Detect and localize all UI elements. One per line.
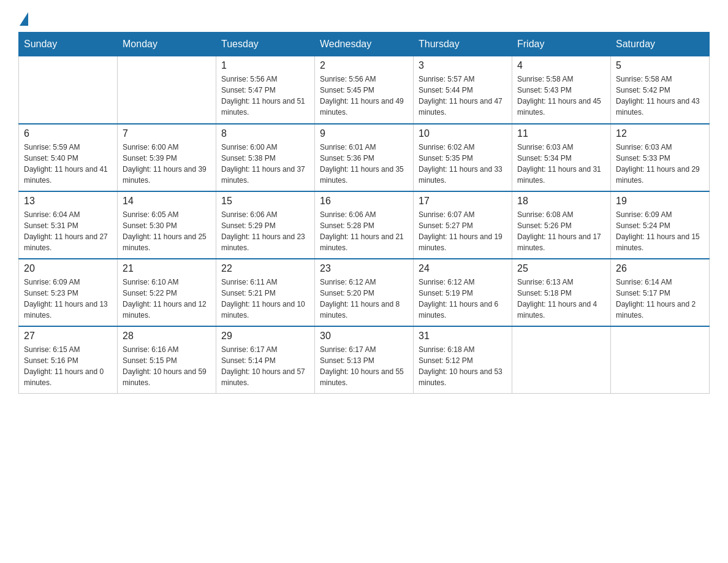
calendar-cell: 20Sunrise: 6:09 AMSunset: 5:23 PMDayligh… xyxy=(19,259,118,326)
day-info: Sunrise: 6:06 AMSunset: 5:28 PMDaylight:… xyxy=(320,209,408,253)
day-info: Sunrise: 6:02 AMSunset: 5:35 PMDaylight:… xyxy=(419,142,507,186)
calendar-table: Sunday Monday Tuesday Wednesday Thursday… xyxy=(18,32,710,394)
day-info: Sunrise: 5:59 AMSunset: 5:40 PMDaylight:… xyxy=(24,142,112,186)
day-number: 27 xyxy=(24,331,112,342)
calendar-cell: 24Sunrise: 6:12 AMSunset: 5:19 PMDayligh… xyxy=(414,259,512,326)
weekday-header-row: Sunday Monday Tuesday Wednesday Thursday… xyxy=(19,33,710,56)
logo xyxy=(18,12,29,26)
page-header xyxy=(18,12,710,26)
calendar-cell: 19Sunrise: 6:09 AMSunset: 5:24 PMDayligh… xyxy=(611,191,710,259)
day-info: Sunrise: 5:58 AMSunset: 5:42 PMDaylight:… xyxy=(616,74,704,118)
day-number: 7 xyxy=(123,128,211,139)
day-info: Sunrise: 6:13 AMSunset: 5:18 PMDaylight:… xyxy=(517,277,605,321)
day-number: 8 xyxy=(221,128,309,139)
calendar-week-row: 6Sunrise: 5:59 AMSunset: 5:40 PMDaylight… xyxy=(19,124,710,191)
header-friday: Friday xyxy=(512,33,611,56)
calendar-cell: 17Sunrise: 6:07 AMSunset: 5:27 PMDayligh… xyxy=(414,191,512,259)
calendar-cell: 18Sunrise: 6:08 AMSunset: 5:26 PMDayligh… xyxy=(512,191,611,259)
day-info: Sunrise: 6:03 AMSunset: 5:33 PMDaylight:… xyxy=(616,142,704,186)
calendar-cell: 31Sunrise: 6:18 AMSunset: 5:12 PMDayligh… xyxy=(414,326,512,394)
day-info: Sunrise: 6:09 AMSunset: 5:23 PMDaylight:… xyxy=(24,277,112,321)
day-number: 5 xyxy=(616,60,704,71)
day-info: Sunrise: 6:05 AMSunset: 5:30 PMDaylight:… xyxy=(123,209,211,253)
day-number: 24 xyxy=(419,263,507,274)
day-number: 12 xyxy=(616,128,704,139)
day-number: 16 xyxy=(320,196,408,207)
header-thursday: Thursday xyxy=(414,33,512,56)
day-info: Sunrise: 6:01 AMSunset: 5:36 PMDaylight:… xyxy=(320,142,408,186)
calendar-cell: 13Sunrise: 6:04 AMSunset: 5:31 PMDayligh… xyxy=(19,191,118,259)
calendar-cell: 30Sunrise: 6:17 AMSunset: 5:13 PMDayligh… xyxy=(315,326,414,394)
day-number: 19 xyxy=(616,196,704,207)
calendar-cell xyxy=(512,326,611,394)
calendar-cell xyxy=(118,56,216,124)
day-number: 2 xyxy=(320,60,408,71)
day-info: Sunrise: 6:07 AMSunset: 5:27 PMDaylight:… xyxy=(419,209,507,253)
calendar-cell: 26Sunrise: 6:14 AMSunset: 5:17 PMDayligh… xyxy=(611,259,710,326)
day-info: Sunrise: 5:56 AMSunset: 5:45 PMDaylight:… xyxy=(320,74,408,118)
day-number: 15 xyxy=(221,196,309,207)
calendar-cell: 6Sunrise: 5:59 AMSunset: 5:40 PMDaylight… xyxy=(19,124,118,191)
day-number: 4 xyxy=(517,60,605,71)
day-number: 3 xyxy=(419,60,507,71)
day-info: Sunrise: 5:56 AMSunset: 5:47 PMDaylight:… xyxy=(221,74,309,118)
day-info: Sunrise: 6:04 AMSunset: 5:31 PMDaylight:… xyxy=(24,209,112,253)
day-number: 23 xyxy=(320,263,408,274)
day-info: Sunrise: 6:00 AMSunset: 5:38 PMDaylight:… xyxy=(221,142,309,186)
day-info: Sunrise: 6:03 AMSunset: 5:34 PMDaylight:… xyxy=(517,142,605,186)
day-info: Sunrise: 6:15 AMSunset: 5:16 PMDaylight:… xyxy=(24,344,112,388)
calendar-cell: 22Sunrise: 6:11 AMSunset: 5:21 PMDayligh… xyxy=(216,259,315,326)
day-info: Sunrise: 6:18 AMSunset: 5:12 PMDaylight:… xyxy=(419,344,507,388)
day-number: 22 xyxy=(221,263,309,274)
calendar-cell: 11Sunrise: 6:03 AMSunset: 5:34 PMDayligh… xyxy=(512,124,611,191)
calendar-cell: 10Sunrise: 6:02 AMSunset: 5:35 PMDayligh… xyxy=(414,124,512,191)
calendar-cell: 9Sunrise: 6:01 AMSunset: 5:36 PMDaylight… xyxy=(315,124,414,191)
calendar-cell: 5Sunrise: 5:58 AMSunset: 5:42 PMDaylight… xyxy=(611,56,710,124)
day-number: 13 xyxy=(24,196,112,207)
calendar-cell: 21Sunrise: 6:10 AMSunset: 5:22 PMDayligh… xyxy=(118,259,216,326)
calendar-week-row: 20Sunrise: 6:09 AMSunset: 5:23 PMDayligh… xyxy=(19,259,710,326)
day-info: Sunrise: 6:00 AMSunset: 5:39 PMDaylight:… xyxy=(123,142,211,186)
calendar-cell: 15Sunrise: 6:06 AMSunset: 5:29 PMDayligh… xyxy=(216,191,315,259)
calendar-cell: 25Sunrise: 6:13 AMSunset: 5:18 PMDayligh… xyxy=(512,259,611,326)
calendar-cell: 29Sunrise: 6:17 AMSunset: 5:14 PMDayligh… xyxy=(216,326,315,394)
calendar-cell xyxy=(611,326,710,394)
logo-triangle-icon xyxy=(20,12,28,26)
calendar-cell: 14Sunrise: 6:05 AMSunset: 5:30 PMDayligh… xyxy=(118,191,216,259)
day-number: 25 xyxy=(517,263,605,274)
calendar-cell: 2Sunrise: 5:56 AMSunset: 5:45 PMDaylight… xyxy=(315,56,414,124)
day-info: Sunrise: 6:11 AMSunset: 5:21 PMDaylight:… xyxy=(221,277,309,321)
day-info: Sunrise: 6:17 AMSunset: 5:13 PMDaylight:… xyxy=(320,344,408,388)
day-info: Sunrise: 5:57 AMSunset: 5:44 PMDaylight:… xyxy=(419,74,507,118)
day-info: Sunrise: 6:08 AMSunset: 5:26 PMDaylight:… xyxy=(517,209,605,253)
day-number: 20 xyxy=(24,263,112,274)
day-number: 1 xyxy=(221,60,309,71)
calendar-week-row: 27Sunrise: 6:15 AMSunset: 5:16 PMDayligh… xyxy=(19,326,710,394)
day-number: 17 xyxy=(419,196,507,207)
calendar-cell: 3Sunrise: 5:57 AMSunset: 5:44 PMDaylight… xyxy=(414,56,512,124)
day-info: Sunrise: 6:14 AMSunset: 5:17 PMDaylight:… xyxy=(616,277,704,321)
day-info: Sunrise: 6:16 AMSunset: 5:15 PMDaylight:… xyxy=(123,344,211,388)
day-number: 9 xyxy=(320,128,408,139)
day-number: 6 xyxy=(24,128,112,139)
day-number: 14 xyxy=(123,196,211,207)
calendar-cell: 4Sunrise: 5:58 AMSunset: 5:43 PMDaylight… xyxy=(512,56,611,124)
day-number: 28 xyxy=(123,331,211,342)
calendar-cell xyxy=(19,56,118,124)
day-number: 10 xyxy=(419,128,507,139)
calendar-week-row: 1Sunrise: 5:56 AMSunset: 5:47 PMDaylight… xyxy=(19,56,710,124)
day-number: 30 xyxy=(320,331,408,342)
calendar-cell: 1Sunrise: 5:56 AMSunset: 5:47 PMDaylight… xyxy=(216,56,315,124)
day-info: Sunrise: 5:58 AMSunset: 5:43 PMDaylight:… xyxy=(517,74,605,118)
calendar-cell: 28Sunrise: 6:16 AMSunset: 5:15 PMDayligh… xyxy=(118,326,216,394)
day-info: Sunrise: 6:12 AMSunset: 5:20 PMDaylight:… xyxy=(320,277,408,321)
day-info: Sunrise: 6:12 AMSunset: 5:19 PMDaylight:… xyxy=(419,277,507,321)
day-number: 21 xyxy=(123,263,211,274)
calendar-cell: 7Sunrise: 6:00 AMSunset: 5:39 PMDaylight… xyxy=(118,124,216,191)
day-number: 31 xyxy=(419,331,507,342)
day-number: 26 xyxy=(616,263,704,274)
day-info: Sunrise: 6:10 AMSunset: 5:22 PMDaylight:… xyxy=(123,277,211,321)
day-info: Sunrise: 6:09 AMSunset: 5:24 PMDaylight:… xyxy=(616,209,704,253)
header-sunday: Sunday xyxy=(19,33,118,56)
day-info: Sunrise: 6:06 AMSunset: 5:29 PMDaylight:… xyxy=(221,209,309,253)
